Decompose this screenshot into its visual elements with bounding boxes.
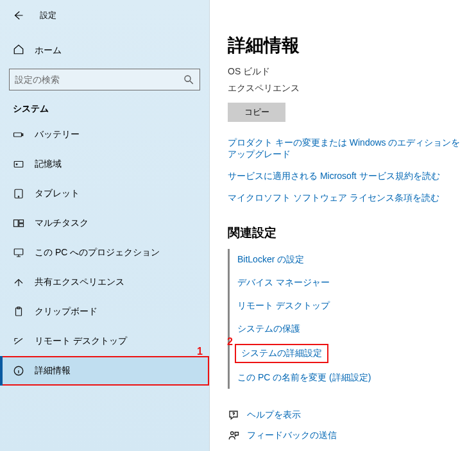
info-row-osbuild: OS ビルド (228, 65, 464, 78)
tablet-icon (13, 188, 24, 200)
feedback-icon (228, 430, 239, 441)
sidebar-item-label: バッテリー (35, 129, 80, 140)
related-heading: 関連設定 (228, 225, 464, 241)
link-advanced-system-settings[interactable]: システムの詳細設定 (237, 346, 326, 361)
link-rename-pc[interactable]: この PC の名前を変更 (詳細設定) (237, 372, 464, 384)
sidebar-item-multitask[interactable]: マルチタスク (0, 208, 209, 238)
info-key: エクスペリエンス (228, 83, 300, 94)
svg-rect-1 (14, 133, 22, 137)
sidebar-item-projection[interactable]: この PC へのプロジェクション (0, 238, 209, 268)
link-services-terms[interactable]: サービスに適用される Microsoft サービス規約を読む (228, 171, 464, 182)
sidebar-item-remote[interactable]: リモート デスクトップ 1 (0, 327, 209, 356)
sidebar-item-label: クリップボード (35, 306, 98, 318)
sidebar-item-tablet[interactable]: タブレット (0, 179, 209, 208)
link-product-key[interactable]: プロダクト キーの変更または Windows のエディションをアップグレード (228, 137, 464, 160)
link-system-protection[interactable]: システムの保護 (237, 323, 464, 335)
svg-rect-8 (19, 220, 24, 223)
sidebar-item-clipboard[interactable]: クリップボード (0, 297, 209, 327)
sidebar: 設定 ホーム システム バッテリー 記憶域 (0, 0, 210, 451)
svg-point-6 (18, 196, 19, 198)
link-bitlocker[interactable]: BitLocker の設定 (237, 254, 464, 266)
svg-point-0 (185, 76, 191, 81)
info-key: OS ビルド (228, 66, 270, 78)
link-license-terms[interactable]: マイクロソフト ソフトウェア ライセンス条項を読む (228, 192, 464, 204)
sidebar-nav: バッテリー 記憶域 タブレット マルチタスク この PC へのプロジェクション … (0, 120, 209, 386)
clipboard-icon (13, 306, 24, 318)
info-icon (13, 365, 24, 377)
feedback-link[interactable]: フィードバックの送信 (228, 430, 464, 441)
help-label: ヘルプを表示 (247, 409, 301, 421)
info-row-experience: エクスペリエンス (228, 82, 464, 95)
share-icon (13, 277, 24, 288)
home-icon (13, 44, 24, 57)
related-settings: BitLocker の設定 デバイス マネージャー リモート デスクトップ シス… (228, 249, 464, 389)
back-button[interactable] (9, 6, 27, 24)
copy-button[interactable]: コピー (228, 103, 285, 122)
storage-icon (13, 158, 24, 170)
link-device-manager[interactable]: デバイス マネージャー (237, 277, 464, 289)
search-box[interactable] (9, 69, 200, 90)
svg-rect-2 (22, 134, 23, 136)
link-remote-desktop[interactable]: リモート デスクトップ (237, 300, 464, 312)
home-label: ホーム (35, 45, 62, 56)
sidebar-item-battery[interactable]: バッテリー (0, 120, 209, 149)
sidebar-item-about[interactable]: 詳細情報 (0, 356, 209, 386)
sidebar-item-label: 詳細情報 (35, 365, 71, 377)
search-icon (183, 74, 194, 85)
sidebar-item-label: 記憶域 (35, 158, 62, 170)
help-icon (228, 409, 239, 421)
remote-icon (13, 336, 24, 347)
svg-rect-3 (14, 162, 23, 167)
sidebar-item-label: 共有エクスペリエンス (35, 277, 124, 288)
sidebar-item-label: マルチタスク (35, 217, 89, 229)
feedback-label: フィードバックの送信 (247, 430, 337, 441)
sidebar-item-label: リモート デスクトップ (35, 336, 127, 347)
search-input[interactable] (15, 74, 183, 85)
svg-rect-7 (14, 220, 19, 227)
content-pane: 詳細情報 OS ビルド エクスペリエンス コピー プロダクト キーの変更または … (210, 0, 476, 451)
svg-point-14 (231, 432, 234, 435)
svg-rect-9 (19, 224, 24, 227)
sidebar-item-storage[interactable]: 記憶域 (0, 149, 209, 179)
svg-rect-10 (14, 249, 23, 255)
sidebar-section-label: システム (0, 94, 209, 119)
sidebar-item-label: タブレット (35, 188, 80, 200)
home-nav[interactable]: ホーム (0, 37, 209, 64)
window-title: 設定 (40, 10, 56, 21)
help-link[interactable]: ヘルプを表示 (228, 409, 464, 421)
battery-icon (13, 129, 24, 140)
svg-point-4 (16, 164, 17, 165)
annotation-2: 2 (227, 336, 233, 348)
projection-icon (13, 247, 24, 259)
multitask-icon (13, 217, 24, 229)
back-icon (12, 10, 24, 21)
page-title: 詳細情報 (228, 33, 464, 58)
sidebar-item-label: この PC へのプロジェクション (35, 247, 160, 259)
sidebar-item-share[interactable]: 共有エクスペリエンス (0, 268, 209, 297)
